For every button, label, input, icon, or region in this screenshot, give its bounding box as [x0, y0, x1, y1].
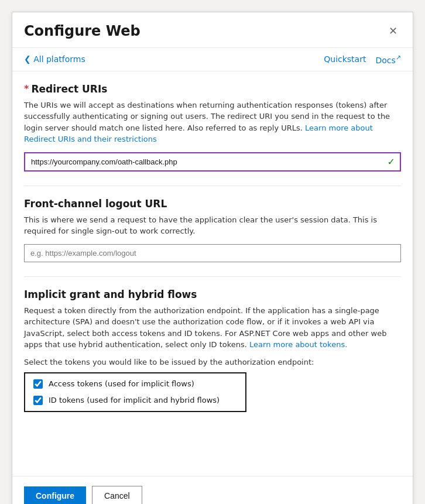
token-checkboxes-group: Access tokens (used for implicit flows) …	[24, 372, 246, 412]
configure-button[interactable]: Configure	[24, 486, 86, 504]
section-divider-2	[24, 276, 401, 277]
access-tokens-checkbox[interactable]	[33, 379, 43, 389]
front-channel-logout-input[interactable]	[24, 244, 401, 262]
required-star: *	[24, 83, 29, 94]
panel-title: Configure Web	[24, 23, 140, 39]
access-tokens-checkbox-item[interactable]: Access tokens (used for implicit flows)	[33, 379, 237, 389]
cancel-button[interactable]: Cancel	[92, 486, 142, 504]
docs-label: Docs	[375, 56, 395, 65]
back-to-platforms-link[interactable]: ❮ All platforms	[24, 54, 85, 64]
redirect-uris-title: * Redirect URIs	[24, 83, 401, 95]
quickstart-link[interactable]: Quickstart	[324, 54, 366, 64]
id-tokens-checkbox[interactable]	[33, 396, 43, 405]
access-tokens-label: Access tokens (used for implicit flows)	[49, 379, 194, 388]
id-tokens-label: ID tokens (used for implicit and hybrid …	[49, 396, 220, 404]
redirect-uris-desc: The URIs we will accept as destinations …	[24, 100, 401, 145]
external-link-icon: ↗	[396, 54, 401, 61]
front-channel-logout-section: Front-channel logout URL This is where w…	[24, 198, 401, 262]
learn-more-tokens-link[interactable]: Learn more about tokens.	[249, 340, 347, 349]
section-divider-1	[24, 186, 401, 186]
implicit-grant-section: Implicit grant and hybrid flows Request …	[24, 289, 401, 412]
id-tokens-checkbox-item[interactable]: ID tokens (used for implicit and hybrid …	[33, 396, 237, 405]
redirect-uris-section: * Redirect URIs The URIs we will accept …	[24, 83, 401, 172]
redirect-uris-label: Redirect URIs	[31, 83, 107, 95]
nav-bar: ❮ All platforms Quickstart Docs↗	[12, 48, 413, 71]
select-tokens-label: Select the tokens you would like to be i…	[24, 358, 401, 366]
redirect-uri-input-wrapper: ✓	[24, 152, 401, 172]
docs-link[interactable]: Docs↗	[375, 54, 401, 65]
panel-footer: Configure Cancel	[12, 476, 413, 504]
redirect-uri-input[interactable]	[24, 152, 401, 172]
nav-links: Quickstart Docs↗	[324, 54, 401, 65]
implicit-grant-desc: Request a token directly from the author…	[24, 305, 401, 351]
front-channel-logout-title: Front-channel logout URL	[24, 198, 401, 210]
content-area: * Redirect URIs The URIs we will accept …	[12, 71, 413, 476]
front-channel-logout-desc: This is where we send a request to have …	[24, 214, 401, 237]
panel-header: Configure Web ✕	[12, 12, 413, 48]
implicit-grant-title: Implicit grant and hybrid flows	[24, 289, 401, 300]
close-button[interactable]: ✕	[385, 23, 401, 39]
configure-web-panel: Configure Web ✕ ❮ All platforms Quicksta…	[12, 12, 413, 504]
